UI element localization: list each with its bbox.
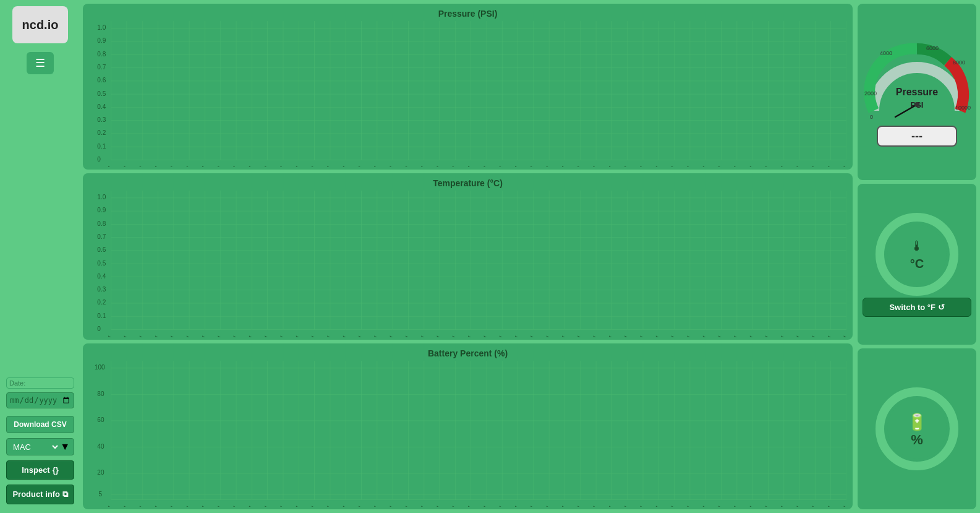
svg-text:1.0: 1.0: [97, 24, 106, 31]
svg-text:11:00 AM: 11:00 AM: [443, 505, 456, 507]
svg-text:10:30 AM: 10:30 AM: [428, 505, 440, 507]
product-info-button[interactable]: Product info ⧉: [6, 485, 74, 504]
svg-text:20: 20: [97, 469, 104, 476]
date-label: Date:: [6, 377, 74, 389]
svg-text:12:00 AM: 12:00 AM: [100, 505, 112, 507]
svg-text:0.2: 0.2: [97, 129, 106, 136]
svg-text:5:00 AM: 5:00 AM: [257, 505, 268, 507]
main-content: Pressure (PSI) 1.0 0.9 0.8 0.7 0.6 0.5 0…: [80, 0, 856, 513]
svg-text:6000: 6000: [926, 45, 939, 51]
svg-point-356: [887, 225, 947, 284]
svg-text:7:00 AM: 7:00 AM: [320, 335, 331, 337]
battery-gauge-svg: 🔋 %: [874, 386, 960, 472]
svg-text:0.7: 0.7: [97, 233, 106, 240]
svg-text:9:30 AM: 9:30 AM: [398, 335, 409, 337]
svg-text:12:30 AM: 12:30 AM: [115, 335, 127, 337]
svg-text:0.5: 0.5: [97, 260, 106, 267]
svg-text:3:00 PM: 3:00 PM: [569, 505, 581, 507]
svg-text:6:00 AM: 6:00 AM: [288, 335, 299, 337]
inspect-icon: {}: [53, 465, 59, 475]
svg-text:3:30 PM: 3:30 PM: [586, 505, 597, 507]
right-panel: 0 2000 4000 6000 8000 10000 Pressure PSI…: [856, 0, 980, 513]
svg-text:5:30 AM: 5:30 AM: [273, 335, 284, 337]
product-info-label: Product info ⧉: [12, 489, 67, 499]
svg-text:9:30 PM: 9:30 PM: [773, 505, 784, 507]
svg-text:2:00 AM: 2:00 AM: [163, 335, 174, 337]
svg-text:6:00 PM: 6:00 PM: [663, 505, 675, 507]
svg-text:4:00 AM: 4:00 AM: [226, 335, 237, 337]
svg-text:7:30 PM: 7:30 PM: [710, 505, 722, 507]
svg-text:5:30 AM: 5:30 AM: [273, 505, 284, 507]
inspect-label: Inspect: [22, 465, 50, 475]
svg-text:3:30 AM: 3:30 AM: [210, 505, 221, 507]
temperature-chart-area: 1.0 0.9 0.8 0.7 0.6 0.5 0.4 0.3 0.2 0.1 …: [89, 191, 846, 337]
inspect-button[interactable]: Inspect {}: [6, 460, 74, 480]
svg-text:0.4: 0.4: [97, 273, 106, 280]
mac-select-wrap[interactable]: MAC ▼: [6, 438, 74, 455]
svg-text:8:00 PM: 8:00 PM: [726, 335, 737, 337]
temperature-circle-gauge: 🌡 °C: [874, 211, 960, 298]
svg-text:3:30 AM: 3:30 AM: [210, 335, 221, 337]
svg-text:1:30 PM: 1:30 PM: [522, 505, 534, 507]
svg-text:9:30 AM: 9:30 AM: [398, 505, 409, 507]
svg-text:0.9: 0.9: [97, 207, 106, 214]
svg-text:10:30 PM: 10:30 PM: [803, 505, 816, 507]
mac-select[interactable]: MAC: [11, 442, 60, 452]
logo: ncd.io: [12, 6, 68, 43]
svg-text:5: 5: [99, 490, 103, 497]
svg-text:40: 40: [97, 442, 104, 449]
sidebar: ncd.io ☰ Date: Download CSV MAC ▼ Inspec…: [0, 0, 80, 513]
switch-temperature-button[interactable]: Switch to °F ↺: [863, 298, 971, 317]
svg-text:8000: 8000: [953, 59, 965, 66]
svg-text:6:00 PM: 6:00 PM: [663, 335, 675, 337]
battery-chart-area: 100 80 60 40 20 5 12:00 AM12:30 AM1:00 A…: [89, 361, 846, 507]
svg-text:11:30 AM: 11:30 AM: [459, 335, 472, 337]
battery-circle-gauge: 🔋 %: [874, 386, 960, 472]
svg-text:12:30 PM: 12:30 PM: [490, 335, 503, 337]
svg-text:2:30 AM: 2:30 AM: [179, 505, 190, 507]
svg-text:4:00 PM: 4:00 PM: [601, 335, 612, 337]
download-csv-button[interactable]: Download CSV: [6, 416, 74, 433]
temperature-gauge-panel: 🌡 °C Switch to °F ↺: [858, 184, 976, 345]
svg-text:🌡: 🌡: [910, 238, 924, 254]
svg-text:100: 100: [95, 364, 105, 371]
svg-text:9:00 PM: 9:00 PM: [757, 505, 769, 507]
svg-text:10:00 PM: 10:00 PM: [788, 335, 800, 337]
menu-button[interactable]: ☰: [27, 52, 54, 74]
svg-text:0.7: 0.7: [97, 64, 106, 71]
svg-text:0.8: 0.8: [97, 220, 106, 227]
svg-text:7:30 AM: 7:30 AM: [335, 505, 346, 507]
svg-text:2:00 PM: 2:00 PM: [539, 505, 550, 507]
svg-text:2:00 PM: 2:00 PM: [539, 335, 550, 337]
svg-text:Pressure: Pressure: [896, 87, 939, 97]
svg-text:6:00 AM: 6:00 AM: [288, 505, 299, 507]
svg-text:8:00 AM: 8:00 AM: [351, 505, 362, 507]
pressure-chart-area: 1.0 0.9 0.8 0.7 0.6 0.5 0.4 0.3 0.2 0.1 …: [89, 21, 846, 167]
svg-text:🔋: 🔋: [907, 412, 927, 432]
svg-text:0.1: 0.1: [97, 313, 106, 319]
svg-text:1:00 PM: 1:00 PM: [507, 505, 518, 507]
temperature-chart-svg: 1.0 0.9 0.8 0.7 0.6 0.5 0.4 0.3 0.2 0.1 …: [89, 191, 846, 337]
svg-text:3:00 AM: 3:00 AM: [194, 505, 205, 507]
svg-text:6:30 AM: 6:30 AM: [304, 335, 315, 337]
svg-text:10:30 AM: 10:30 AM: [428, 335, 440, 337]
svg-text:6:30 PM: 6:30 PM: [679, 335, 690, 337]
pressure-chart-panel: Pressure (PSI) 1.0 0.9 0.8 0.7 0.6 0.5 0…: [83, 4, 853, 170]
svg-text:0.4: 0.4: [97, 103, 106, 110]
svg-text:1.0: 1.0: [97, 194, 106, 200]
svg-text:4:30 AM: 4:30 AM: [241, 335, 252, 337]
svg-text:7:30 PM: 7:30 PM: [710, 335, 722, 337]
svg-text:4000: 4000: [880, 50, 892, 56]
svg-text:1:00 PM: 1:00 PM: [507, 335, 518, 337]
svg-text:6:30 PM: 6:30 PM: [679, 505, 690, 507]
svg-text:1:30 AM: 1:30 AM: [147, 335, 158, 337]
battery-chart-panel: Battery Percent (%) 100 80 60 40 20 5 12…: [83, 343, 853, 509]
svg-text:4:30 PM: 4:30 PM: [616, 335, 628, 337]
battery-chart-svg: 100 80 60 40 20 5 12:00 AM12:30 AM1:00 A…: [89, 361, 846, 507]
svg-text:12:00 PM: 12:00 PM: [475, 505, 487, 507]
svg-text:7:00 PM: 7:00 PM: [695, 505, 706, 507]
date-input[interactable]: [6, 392, 74, 408]
svg-text:2:30 PM: 2:30 PM: [554, 505, 565, 507]
svg-text:80: 80: [97, 390, 104, 397]
svg-text:1:00 AM: 1:00 AM: [132, 505, 143, 507]
